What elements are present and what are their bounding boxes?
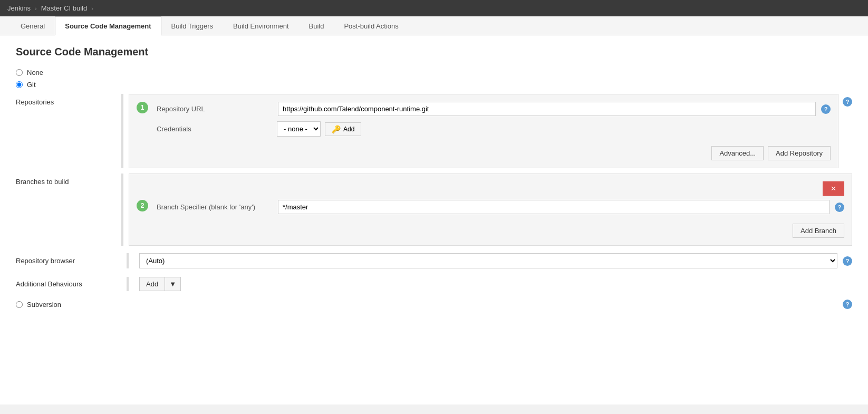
repo-action-buttons: Advanced... Add Repository xyxy=(137,146,831,160)
tab-build-environment[interactable]: Build Environment xyxy=(223,16,299,35)
credentials-label: Credentials xyxy=(157,125,273,133)
repo-url-label: Repository URL xyxy=(157,105,273,113)
repo-url-row: Repository URL ? xyxy=(157,102,831,116)
advanced-button[interactable]: Advanced... xyxy=(711,146,764,160)
tab-build-triggers[interactable]: Build Triggers xyxy=(161,16,223,35)
main-content: General Source Code Management Build Tri… xyxy=(0,16,868,405)
add-behaviours-dropdown[interactable]: Add ▼ xyxy=(139,277,181,291)
repositories-label: Repositories xyxy=(16,94,121,106)
repo-url-input[interactable] xyxy=(278,102,816,116)
additional-behaviours-row: Additional Behaviours Add ▼ xyxy=(16,277,852,291)
repositories-content: 1 Repository URL ? Credentials - n xyxy=(129,94,838,168)
credentials-select[interactable]: - none - xyxy=(277,121,321,137)
repo-section-help: ? xyxy=(843,94,852,107)
page-body: Source Code Management None Git Reposito… xyxy=(0,35,868,405)
repo-browser-divider xyxy=(127,253,129,268)
repo-browser-help-icon[interactable]: ? xyxy=(843,256,852,266)
breadcrumb-sep1: › xyxy=(35,5,37,12)
branch-delete-row: ✕ xyxy=(137,181,844,196)
repo-url-help-icon[interactable]: ? xyxy=(821,104,831,114)
repo-numbered-row: 1 Repository URL ? Credentials - n xyxy=(137,102,831,142)
section-divider xyxy=(121,94,123,168)
add-repository-button[interactable]: Add Repository xyxy=(768,146,831,160)
radio-none-label: None xyxy=(27,69,43,76)
radio-none[interactable] xyxy=(16,69,23,76)
branch-fields: Branch Specifier (blank for 'any') ? xyxy=(157,200,844,219)
radio-git[interactable] xyxy=(16,81,23,88)
tabs-bar: General Source Code Management Build Tri… xyxy=(0,16,868,35)
tab-source-code[interactable]: Source Code Management xyxy=(55,16,161,35)
behaviours-divider xyxy=(127,277,129,291)
breadcrumb: Jenkins › Master CI build › xyxy=(0,0,868,16)
branch-specifier-input[interactable] xyxy=(278,200,830,214)
tab-post-build[interactable]: Post-build Actions xyxy=(334,16,408,35)
branch-specifier-label: Branch Specifier (blank for 'any') xyxy=(157,203,273,211)
branches-content: ✕ 2 Branch Specifier (blank for 'any') ?… xyxy=(129,174,852,246)
additional-behaviours-label: Additional Behaviours xyxy=(16,280,121,288)
radio-none-option[interactable]: None xyxy=(16,69,852,76)
page-title: Source Code Management xyxy=(16,46,852,58)
branch-badge: 2 xyxy=(137,200,148,211)
add-behaviours-caret-icon: ▼ xyxy=(165,277,180,291)
repo-badge: 1 xyxy=(137,102,148,113)
radio-subversion[interactable] xyxy=(16,301,23,308)
repositories-help-icon[interactable]: ? xyxy=(843,97,852,107)
breadcrumb-sep2: › xyxy=(91,5,93,12)
add-credentials-button[interactable]: 🔑 Add xyxy=(325,122,361,136)
branch-action-buttons: Add Branch xyxy=(137,224,844,238)
credentials-row: Credentials - none - 🔑 Add xyxy=(157,121,831,137)
subversion-label: Subversion xyxy=(27,301,61,309)
subversion-help-icon[interactable]: ? xyxy=(843,300,852,309)
branch-help-icon[interactable]: ? xyxy=(835,203,844,212)
subversion-row[interactable]: Subversion ? xyxy=(16,300,852,309)
delete-branch-button[interactable]: ✕ xyxy=(823,181,844,196)
add-branch-button[interactable]: Add Branch xyxy=(793,224,844,238)
add-cred-label: Add xyxy=(343,126,354,133)
repo-browser-select[interactable]: (Auto) xyxy=(139,253,837,268)
repo-fields: Repository URL ? Credentials - none - 🔑 xyxy=(157,102,831,142)
radio-git-option[interactable]: Git xyxy=(16,81,852,89)
breadcrumb-project[interactable]: Master CI build xyxy=(41,4,87,12)
branch-specifier-row: Branch Specifier (blank for 'any') ? xyxy=(157,200,844,214)
branches-label: Branches to build xyxy=(16,174,121,186)
branches-section: Branches to build ✕ 2 Branch Specifier (… xyxy=(16,174,852,246)
branch-numbered-row: 2 Branch Specifier (blank for 'any') ? xyxy=(137,200,844,219)
repositories-section: Repositories 1 Repository URL ? xyxy=(16,94,852,168)
repo-browser-row: Repository browser (Auto) ? xyxy=(16,253,852,268)
branches-divider xyxy=(121,174,123,246)
repo-browser-label: Repository browser xyxy=(16,257,121,265)
breadcrumb-home[interactable]: Jenkins xyxy=(7,4,31,12)
tab-general[interactable]: General xyxy=(11,16,55,35)
add-behaviours-add-label: Add xyxy=(140,277,165,291)
radio-git-label: Git xyxy=(27,81,36,89)
tab-build[interactable]: Build xyxy=(299,16,334,35)
